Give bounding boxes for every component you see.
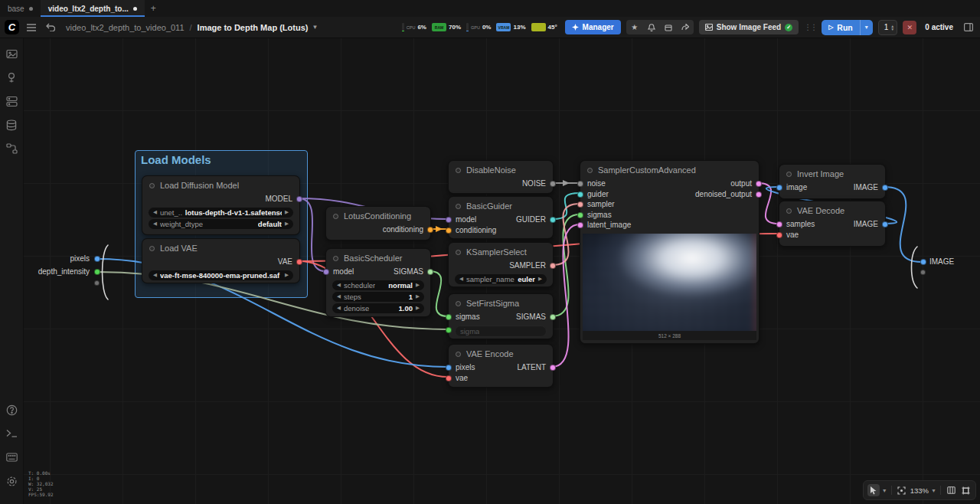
collapse-dot-icon[interactable] bbox=[587, 168, 593, 173]
io-input-slot[interactable] bbox=[94, 269, 100, 275]
cancel-run-button[interactable]: ✕ bbox=[903, 21, 916, 34]
combo-left-arrow-icon[interactable]: ◀ bbox=[153, 209, 157, 215]
combo-left-arrow-icon[interactable]: ◀ bbox=[153, 272, 157, 278]
io-input-slot[interactable] bbox=[94, 256, 100, 262]
drag-handle[interactable]: ⋮⋮ bbox=[804, 23, 816, 31]
help-icon[interactable] bbox=[3, 401, 20, 418]
queue-count-stepper[interactable]: 1 ▲▼ bbox=[878, 20, 898, 35]
output-slot-GUIDER[interactable] bbox=[550, 217, 556, 223]
stepper-carets-icon[interactable]: ▲▼ bbox=[890, 25, 894, 31]
select-tool-button[interactable] bbox=[867, 484, 880, 496]
zoom-level-label[interactable]: 133% bbox=[910, 486, 929, 495]
queue-icon[interactable] bbox=[3, 45, 20, 62]
output-slot-IMAGE[interactable] bbox=[882, 221, 888, 227]
fit-view-icon[interactable] bbox=[896, 484, 908, 496]
menu-hamburger-icon[interactable] bbox=[24, 21, 38, 34]
collapse-dot-icon[interactable] bbox=[456, 204, 461, 209]
combo-right-arrow-icon[interactable]: ▶ bbox=[416, 305, 420, 311]
widget-value[interactable]: ◀vae-ft-mse-840000-ema-pruned.saf ...▶ bbox=[149, 270, 293, 280]
tab-video-ltx2[interactable]: video_ltx2_depth_to... bbox=[41, 0, 145, 17]
link[interactable] bbox=[552, 224, 580, 367]
preview-image[interactable] bbox=[583, 234, 756, 332]
output-slot-conditioning[interactable] bbox=[427, 227, 433, 233]
output-slot-output[interactable] bbox=[756, 181, 762, 187]
widget-scheduler[interactable]: ◀schedulernormal▶ bbox=[332, 280, 424, 290]
collapse-dot-icon[interactable] bbox=[149, 183, 155, 188]
combo-right-arrow-icon[interactable]: ▶ bbox=[416, 293, 420, 299]
combo-right-arrow-icon[interactable]: ▶ bbox=[538, 276, 542, 282]
combo-right-arrow-icon[interactable]: ▶ bbox=[285, 221, 289, 227]
node-lotus-conditioning[interactable]: LotusConditioningconditioning bbox=[325, 206, 431, 241]
zoom-chevron-icon[interactable]: ▼ bbox=[931, 488, 936, 493]
assets-icon[interactable] bbox=[3, 69, 20, 86]
new-tab-button[interactable]: + bbox=[145, 0, 162, 17]
node-ksampler-select[interactable]: KSamplerSelectSAMPLER◀sampler_nameeuler▶ bbox=[448, 242, 554, 287]
node-vae-decode[interactable]: VAE DecodesamplesvaeIMAGE bbox=[779, 201, 886, 247]
collapse-dot-icon[interactable] bbox=[786, 208, 792, 214]
node-load-diffusion-model[interactable]: Load Diffusion ModelMODEL◀unet_...lotus-… bbox=[142, 175, 300, 235]
widget-sampler_name[interactable]: ◀sampler_nameeuler▶ bbox=[455, 274, 547, 284]
tab-base[interactable]: base bbox=[0, 0, 41, 17]
toggle-panel-icon[interactable] bbox=[962, 21, 975, 34]
output-slot-VAE[interactable] bbox=[296, 259, 302, 265]
toggle-links-icon[interactable] bbox=[959, 484, 972, 496]
input-slot-samples[interactable] bbox=[776, 221, 782, 227]
input-slot-latent_image[interactable] bbox=[577, 222, 583, 228]
widget-steps[interactable]: ◀steps1▶ bbox=[332, 292, 424, 302]
input-slot-sampler[interactable] bbox=[577, 201, 583, 208]
node-sampler-custom-advanced[interactable]: SamplerCustomAdvancednoiseguidersamplers… bbox=[580, 160, 760, 344]
input-slot-guider[interactable] bbox=[577, 191, 583, 198]
collapse-dot-icon[interactable] bbox=[456, 352, 461, 357]
output-slot-IMAGE[interactable] bbox=[882, 185, 888, 191]
input-slot-vae[interactable] bbox=[446, 375, 452, 381]
collapse-dot-icon[interactable] bbox=[456, 301, 461, 306]
minimap-icon[interactable] bbox=[945, 484, 957, 496]
io-output-slot[interactable] bbox=[920, 259, 926, 265]
widget-sigma[interactable]: sigma bbox=[455, 326, 547, 337]
widget-input-slot[interactable] bbox=[446, 327, 452, 333]
output-slot-NOISE[interactable] bbox=[550, 181, 556, 187]
run-options-chevron[interactable]: ▼ bbox=[860, 20, 873, 35]
io-output-slot[interactable] bbox=[920, 270, 926, 275]
input-slot-image[interactable] bbox=[776, 185, 782, 191]
combo-right-arrow-icon[interactable]: ▶ bbox=[416, 282, 420, 288]
combo-left-arrow-icon[interactable]: ◀ bbox=[337, 293, 341, 299]
input-slot-model[interactable] bbox=[446, 217, 452, 223]
widget-unet_...[interactable]: ◀unet_...lotus-depth-d-v1-1.safetensors▶ bbox=[149, 208, 293, 218]
node-load-vae[interactable]: Load VAEVAE◀vae-ft-mse-840000-ema-pruned… bbox=[142, 238, 300, 283]
output-slot-SAMPLER[interactable] bbox=[550, 263, 556, 269]
workflows-icon[interactable] bbox=[3, 140, 20, 157]
combo-left-arrow-icon[interactable]: ◀ bbox=[153, 221, 157, 227]
output-slot-SIGMAS[interactable] bbox=[427, 269, 433, 275]
node-invert-image[interactable]: Invert ImageimageIMAGE bbox=[779, 164, 886, 199]
run-button[interactable]: ▷ Run bbox=[822, 23, 860, 32]
node-library-icon[interactable] bbox=[3, 93, 20, 110]
model-library-icon[interactable] bbox=[3, 116, 20, 133]
link[interactable] bbox=[552, 214, 580, 316]
node-basic-scheduler[interactable]: BasicSchedulermodelSIGMAS◀schedulernorma… bbox=[325, 248, 431, 317]
package-icon[interactable] bbox=[660, 20, 677, 34]
node-vae-encode[interactable]: VAE EncodepixelsvaeLATENT bbox=[448, 344, 554, 388]
link[interactable] bbox=[884, 187, 922, 262]
collapse-dot-icon[interactable] bbox=[456, 250, 461, 255]
collapse-dot-icon[interactable] bbox=[149, 246, 155, 251]
bell-icon[interactable] bbox=[643, 20, 660, 34]
terminal-icon[interactable] bbox=[3, 425, 20, 442]
star-icon[interactable]: ★ bbox=[626, 20, 643, 34]
input-slot-sigmas[interactable] bbox=[446, 314, 452, 320]
widget-weight_dtype[interactable]: ◀weight_dtypedefault▶ bbox=[149, 219, 293, 229]
combo-right-arrow-icon[interactable]: ▶ bbox=[285, 272, 289, 278]
canvas[interactable]: Load Modelspixelsdepth_intensityIMAGELoa… bbox=[0, 0, 980, 504]
output-slot-denoised_output[interactable] bbox=[756, 191, 762, 198]
io-input-slot[interactable] bbox=[94, 280, 100, 286]
combo-right-arrow-icon[interactable]: ▶ bbox=[285, 209, 289, 215]
node-set-first-sigma[interactable]: SetFirstSigmasigmasSIGMASsigma bbox=[448, 293, 554, 339]
comfyui-logo-icon[interactable]: C bbox=[5, 20, 19, 34]
collapse-dot-icon[interactable] bbox=[333, 214, 338, 219]
output-slot-MODEL[interactable] bbox=[296, 196, 302, 202]
output-slot-LATENT[interactable] bbox=[550, 365, 556, 371]
input-slot-pixels[interactable] bbox=[446, 365, 452, 371]
input-slot-vae[interactable] bbox=[776, 232, 782, 238]
combo-left-arrow-icon[interactable]: ◀ bbox=[459, 276, 463, 282]
show-image-feed-button[interactable]: Show Image Feed ✓ bbox=[699, 20, 799, 34]
